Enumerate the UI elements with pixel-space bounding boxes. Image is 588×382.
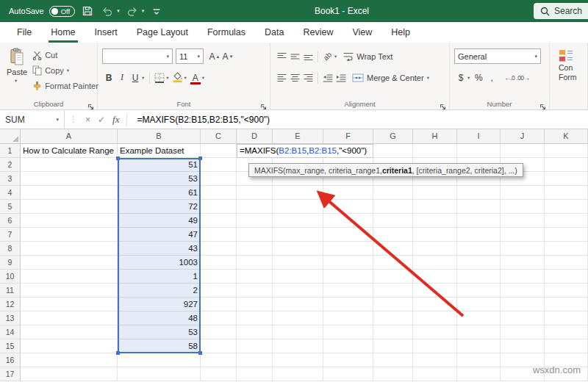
- cell-C6[interactable]: [201, 214, 237, 228]
- cell-A15[interactable]: [21, 339, 118, 353]
- cell-F8[interactable]: [323, 242, 373, 256]
- cell-A12[interactable]: [21, 298, 118, 311]
- column-header-B[interactable]: B: [118, 129, 201, 144]
- cell-G6[interactable]: [373, 214, 413, 228]
- bold-button[interactable]: B: [102, 71, 115, 85]
- copy-dropdown-icon[interactable]: ▾: [67, 68, 69, 73]
- row-header-7[interactable]: 7: [0, 228, 21, 242]
- decrease-decimal-icon[interactable]: .00→: [516, 71, 529, 85]
- cell-F5[interactable]: [323, 200, 373, 214]
- cell-D7[interactable]: [237, 228, 273, 242]
- cell-K7[interactable]: [545, 228, 588, 242]
- tab-review[interactable]: Review: [293, 22, 343, 43]
- cell-J13[interactable]: [501, 311, 545, 325]
- cell-A17[interactable]: [21, 367, 118, 381]
- wrap-text-button[interactable]: Wrap Text: [343, 51, 392, 61]
- number-dialog-launcher-icon[interactable]: [539, 100, 547, 107]
- accounting-dropdown-icon[interactable]: ▾: [467, 75, 470, 81]
- cell-E6[interactable]: [273, 214, 323, 228]
- cell-H4[interactable]: [413, 186, 457, 200]
- clipboard-dialog-launcher-icon[interactable]: [87, 100, 95, 107]
- cell-G11[interactable]: [373, 284, 413, 298]
- cell-B14[interactable]: 53: [118, 325, 201, 339]
- cell-K8[interactable]: [545, 242, 588, 256]
- cell-B17[interactable]: [118, 367, 201, 381]
- insert-function-icon[interactable]: fx: [109, 114, 123, 126]
- cell-D14[interactable]: [237, 325, 273, 339]
- align-center-icon[interactable]: [288, 71, 301, 85]
- row-header-8[interactable]: 8: [0, 242, 21, 256]
- cell-J8[interactable]: [501, 242, 545, 256]
- cell-C15[interactable]: [201, 339, 237, 353]
- cell-K10[interactable]: [545, 270, 588, 284]
- increase-indent-icon[interactable]: [334, 71, 348, 85]
- copy-button[interactable]: Copy ▾: [32, 64, 98, 77]
- cell-C4[interactable]: [201, 186, 237, 200]
- formula-input[interactable]: =MAXIFS(B2:B15,B2:B15,"<900"): [131, 115, 270, 125]
- cell-E10[interactable]: [273, 270, 323, 284]
- column-header-E[interactable]: E: [273, 129, 323, 144]
- cell-A11[interactable]: [21, 284, 118, 298]
- align-left-icon[interactable]: [275, 71, 288, 85]
- cell-I16[interactable]: [457, 353, 501, 367]
- column-header-K[interactable]: K: [545, 129, 588, 144]
- formula-bar-handle[interactable]: ⋮: [65, 115, 82, 124]
- tab-help[interactable]: Help: [381, 22, 420, 43]
- cell-A4[interactable]: [21, 186, 118, 200]
- row-header-5[interactable]: 5: [0, 200, 21, 214]
- name-box[interactable]: SUM ▾: [0, 110, 65, 129]
- font-dialog-launcher-icon[interactable]: [260, 100, 268, 107]
- row-header-4[interactable]: 4: [0, 186, 21, 200]
- cell-J6[interactable]: [501, 214, 545, 228]
- italic-button[interactable]: I: [115, 71, 129, 85]
- orientation-dropdown-icon[interactable]: ▾: [334, 54, 337, 60]
- cell-E14[interactable]: [273, 325, 323, 339]
- cell-H8[interactable]: [413, 242, 457, 256]
- cell-B13[interactable]: 48: [118, 311, 201, 325]
- column-header-D[interactable]: D: [237, 129, 273, 144]
- row-header-13[interactable]: 13: [0, 311, 21, 325]
- cell-B10[interactable]: 1: [118, 270, 201, 284]
- cell-G15[interactable]: [373, 339, 413, 353]
- cell-J10[interactable]: [501, 270, 545, 284]
- cell-F7[interactable]: [323, 228, 373, 242]
- select-all-corner[interactable]: [0, 129, 21, 144]
- cell-A14[interactable]: [21, 325, 118, 339]
- autosave-toggle[interactable]: Off: [49, 6, 76, 17]
- cell-G1[interactable]: [373, 144, 413, 158]
- tab-view[interactable]: View: [343, 22, 381, 43]
- cell-B4[interactable]: 61: [118, 186, 201, 200]
- cell-I7[interactable]: [457, 228, 501, 242]
- row-header-12[interactable]: 12: [0, 298, 21, 311]
- cell-A8[interactable]: [21, 242, 118, 256]
- cell-I11[interactable]: [457, 284, 501, 298]
- cell-G7[interactable]: [373, 228, 413, 242]
- cell-F6[interactable]: [323, 214, 373, 228]
- borders-icon[interactable]: [153, 71, 166, 85]
- cut-button[interactable]: Cut: [32, 48, 98, 62]
- row-header-1[interactable]: 1: [0, 144, 21, 158]
- cell-B6[interactable]: 49: [118, 214, 201, 228]
- alignment-dialog-launcher-icon[interactable]: [440, 100, 447, 107]
- tab-page-layout[interactable]: Page Layout: [127, 22, 198, 43]
- cell-G5[interactable]: [373, 200, 413, 214]
- cell-D11[interactable]: [237, 284, 273, 298]
- cell-D8[interactable]: [237, 242, 273, 256]
- align-middle-icon[interactable]: [288, 49, 301, 64]
- cell-K4[interactable]: [545, 186, 588, 200]
- cell-A13[interactable]: [21, 311, 118, 325]
- cell-C7[interactable]: [201, 228, 237, 242]
- cell-B11[interactable]: 2: [118, 284, 201, 298]
- cell-A10[interactable]: [21, 270, 118, 284]
- cell-E5[interactable]: [273, 200, 323, 214]
- cell-E7[interactable]: [273, 228, 323, 242]
- redo-dropdown-icon[interactable]: ▾: [142, 8, 145, 14]
- align-bottom-icon[interactable]: [301, 49, 315, 64]
- cell-A3[interactable]: [21, 172, 118, 186]
- merge-center-dropdown-icon[interactable]: ▾: [427, 75, 429, 81]
- cell-F15[interactable]: [323, 339, 373, 353]
- column-header-F[interactable]: F: [323, 129, 373, 144]
- column-header-C[interactable]: C: [201, 129, 237, 144]
- cell-D15[interactable]: [237, 339, 273, 353]
- cell-F11[interactable]: [323, 284, 373, 298]
